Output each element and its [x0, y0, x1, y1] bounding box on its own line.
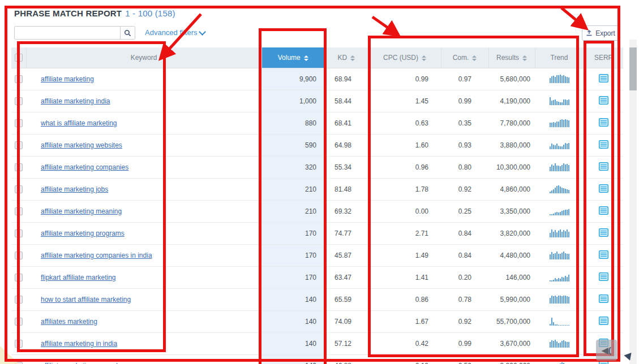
vertical-scrollbar-thumb[interactable]: [629, 47, 637, 90]
search-button[interactable]: [120, 27, 135, 39]
keyword-link[interactable]: affiliate marketing meaning: [27, 207, 122, 215]
serp-button[interactable]: [599, 275, 608, 283]
results-cell: 55,700,000: [488, 311, 535, 333]
page-title-text: PHRASE MATCH REPORT: [14, 8, 122, 18]
volume-cell: 140: [261, 311, 324, 333]
video-volume-overlay-icon: ◀(: [596, 340, 617, 361]
trend-cell: [535, 201, 584, 223]
com-cell: 0.25: [441, 201, 488, 223]
serp-button[interactable]: [599, 253, 608, 261]
column-header-serp: SERP: [584, 47, 623, 68]
results-cell: 3,300,000: [488, 355, 535, 364]
column-header-results[interactable]: Results: [488, 47, 535, 68]
kd-cell: 68.41: [324, 112, 368, 135]
row-checkbox[interactable]: [15, 207, 23, 215]
cpc-cell: 0.00: [368, 201, 441, 223]
keyword-link[interactable]: affiliate marketing companies: [27, 163, 128, 171]
com-cell: 0.84: [441, 223, 488, 245]
cpc-cell: 0.42: [368, 333, 441, 355]
keyword-link[interactable]: affiliates marketing: [27, 318, 97, 326]
keyword-link[interactable]: affiliate marketing: [27, 75, 94, 83]
cpc-cell: 1.49: [368, 245, 441, 267]
column-label: Keyword: [131, 54, 157, 62]
row-checkbox[interactable]: [15, 119, 23, 127]
row-checkbox[interactable]: [15, 163, 23, 171]
column-header-cpc[interactable]: CPC (USD): [368, 47, 441, 68]
row-checkbox[interactable]: [15, 318, 23, 326]
results-cell: 4,860,000: [488, 179, 535, 201]
row-checkbox[interactable]: [15, 296, 23, 304]
trend-cell: [535, 245, 584, 267]
keyword-link[interactable]: affiliate marketing in india: [27, 340, 117, 348]
column-header-com[interactable]: Com.: [441, 47, 488, 68]
keyword-search: [14, 26, 135, 40]
trend-sparkline: [550, 73, 569, 83]
serp-button[interactable]: [599, 209, 608, 216]
trend-sparkline: [550, 206, 569, 215]
row-checkbox[interactable]: [15, 75, 23, 83]
serp-list-icon: [599, 250, 608, 259]
com-cell: 0.97: [441, 68, 488, 90]
serp-list-icon: [599, 228, 608, 237]
keyword-link[interactable]: how to start affiliate marketing: [27, 296, 131, 304]
serp-button[interactable]: [599, 98, 608, 106]
trend-cell: [535, 333, 584, 355]
keyword-link[interactable]: affiliate marketing websites: [27, 141, 122, 149]
row-checkbox[interactable]: [15, 229, 23, 237]
serp-button[interactable]: [599, 319, 608, 327]
search-input[interactable]: [15, 27, 120, 39]
row-checkbox[interactable]: [15, 141, 23, 149]
results-cell: 7,780,000: [488, 112, 535, 135]
volume-cell: 320: [261, 157, 324, 179]
export-button[interactable]: Export: [582, 25, 619, 41]
column-header-volume[interactable]: Volume: [261, 47, 324, 68]
kd-cell: 81.48: [324, 179, 368, 201]
keyword-link[interactable]: flipkart affiliate marketing: [27, 274, 116, 281]
volume-cell: 170: [261, 267, 324, 289]
export-label: Export: [595, 29, 615, 37]
row-checkbox[interactable]: [15, 252, 23, 259]
keyword-link[interactable]: affiliate marketing india: [27, 97, 110, 105]
serp-button[interactable]: [599, 164, 608, 172]
table-header-row: KeywordVolumeKDCPC (USD)Com.ResultsTrend…: [11, 47, 623, 68]
keyword-link[interactable]: affiliate marketing programs: [27, 229, 125, 237]
kd-cell: 58.44: [324, 90, 368, 112]
table-row: affiliate marketing examples14046.880.10…: [11, 355, 623, 364]
sort-arrows-icon: [522, 55, 527, 61]
trend-cell: [535, 223, 584, 245]
serp-button[interactable]: [599, 187, 608, 194]
keyword-link[interactable]: affiliate marketing jobs: [27, 185, 108, 193]
row-checkbox[interactable]: [15, 340, 23, 348]
com-cell: 0.80: [441, 157, 488, 179]
column-label: Trend: [551, 54, 568, 62]
row-checkbox[interactable]: [15, 97, 23, 105]
trend-cell: [535, 112, 584, 135]
keyword-link[interactable]: affiliate marketing companies in india: [27, 252, 152, 259]
serp-button[interactable]: [599, 142, 608, 150]
sort-arrows-icon: [422, 55, 426, 61]
keyword-link[interactable]: affiliate marketing examples: [27, 362, 125, 364]
trend-sparkline: [550, 184, 569, 193]
com-cell: 0.84: [441, 245, 488, 267]
column-label: CPC (USD): [383, 54, 418, 62]
volume-cell: 140: [261, 355, 324, 364]
column-header-select[interactable]: [11, 47, 26, 68]
row-checkbox[interactable]: [15, 185, 23, 193]
kd-cell: 65.59: [324, 289, 368, 311]
serp-button[interactable]: [599, 120, 608, 128]
serp-button[interactable]: [599, 297, 608, 305]
volume-cell: 210: [261, 179, 324, 201]
column-header-keyword: Keyword: [26, 47, 261, 68]
advanced-filters-link[interactable]: Advanced filters: [145, 28, 205, 37]
serp-button[interactable]: [599, 231, 608, 239]
column-header-kd[interactable]: KD: [324, 47, 368, 68]
kd-cell: 69.32: [324, 201, 368, 223]
serp-button[interactable]: [599, 76, 608, 84]
row-checkbox[interactable]: [15, 274, 23, 281]
table-row: what is affiliate marketing88068.410.630…: [11, 112, 623, 135]
com-cell: 0.99: [441, 90, 488, 112]
keyword-link[interactable]: what is affiliate marketing: [27, 119, 117, 127]
results-cell: 3,880,000: [488, 135, 535, 157]
select-all-checkbox[interactable]: [15, 54, 23, 62]
trend-cell: [535, 68, 584, 90]
